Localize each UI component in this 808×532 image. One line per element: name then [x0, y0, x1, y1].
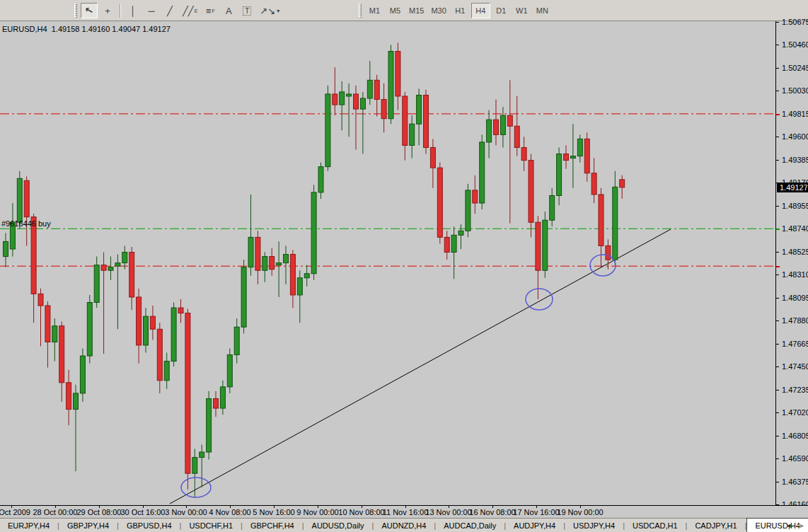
- circle-annotation[interactable]: [526, 289, 553, 310]
- price-axis-tick: [776, 274, 779, 275]
- candle-body: [388, 52, 393, 119]
- tab-scroll-right-icon[interactable]: ►: [799, 522, 805, 529]
- arrows-tool-button[interactable]: ↗↘▾: [257, 3, 282, 18]
- candle-body: [248, 237, 253, 267]
- buy-order-axis-tick: [776, 229, 780, 230]
- tab-scroll-left-icon[interactable]: ◄: [785, 522, 792, 529]
- price-axis-tick: [776, 68, 779, 69]
- price-axis-label: 1.47450: [782, 362, 808, 371]
- candle-body: [444, 237, 449, 252]
- timeframe-button-w1[interactable]: W1: [512, 3, 531, 18]
- price-axis-tick: [776, 45, 779, 45]
- equidistant-channel-tool-button[interactable]: ╱╱E: [180, 3, 200, 18]
- buy-order-label: #9616446 buy: [1, 219, 51, 228]
- timeframe-button-d1[interactable]: D1: [492, 3, 511, 18]
- cursor-tool-button[interactable]: ↖: [81, 3, 98, 18]
- candle-body: [437, 168, 442, 237]
- time-axis-label: 29 Oct 08:00: [77, 508, 122, 516]
- price-axis-label: 1.49600: [782, 132, 808, 141]
- tab-usdcad-h1[interactable]: USDCAD,H1: [625, 519, 686, 532]
- tab-gbpchf-h4[interactable]: GBPCHF,H4: [243, 519, 302, 532]
- time-axis-label: 30 Oct 16:00: [121, 508, 166, 516]
- price-axis-tick: [776, 91, 779, 91]
- time-axis-tick: [55, 506, 56, 508]
- price-axis[interactable]: 1.49127 1.506751.504601.502451.500301.49…: [775, 21, 808, 505]
- candle-body: [550, 195, 555, 220]
- candle-body: [599, 195, 604, 246]
- toolbar-grip[interactable]: [359, 4, 362, 18]
- candle-body: [122, 253, 127, 263]
- timeframe-button-m1[interactable]: M1: [365, 3, 384, 18]
- price-axis-tick: [776, 390, 779, 391]
- tab-usdjpy-h4[interactable]: USDJPY,H4: [565, 519, 623, 532]
- timeframe-button-h1[interactable]: H1: [451, 3, 470, 18]
- candle-body: [200, 452, 204, 458]
- timeframe-button-m30[interactable]: M30: [428, 3, 449, 18]
- line-studies-toolbar: ↖+│─╱╱╱E≡FAT↗↘▾: [73, 1, 283, 20]
- vertical-line-tool-button[interactable]: │: [125, 3, 142, 18]
- candle-body: [115, 263, 120, 267]
- time-axis-label: 11 Nov 16:00: [383, 508, 429, 516]
- tab-eurjpy-h4[interactable]: EURJPY,H4: [0, 519, 57, 532]
- candle-body: [270, 257, 275, 270]
- price-axis-tick: [776, 436, 779, 436]
- timeframe-button-mn[interactable]: MN: [533, 3, 552, 18]
- candle-body: [606, 245, 611, 260]
- time-axis-label: 9 Nov 00:00: [296, 508, 338, 516]
- toolbar-grip[interactable]: [74, 4, 77, 18]
- candle-body: [613, 187, 618, 260]
- time-axis-label: 6 Oct 2009: [0, 508, 30, 516]
- crosshair-tool-button[interactable]: +: [99, 3, 116, 18]
- candle-body: [466, 190, 471, 231]
- horizontal-line-icon: ─: [148, 6, 154, 16]
- time-axis-tick: [11, 506, 12, 508]
- candle-body: [262, 257, 267, 271]
- tab-audcad-daily[interactable]: AUDCAD,Daily: [436, 519, 504, 532]
- time-axis[interactable]: 6 Oct 200928 Oct 00:0029 Oct 08:0030 Oct…: [0, 505, 808, 518]
- circle-annotation[interactable]: [181, 478, 211, 497]
- price-axis-tick: [776, 252, 779, 253]
- trendline-tool-button[interactable]: ╱: [161, 3, 178, 18]
- text-label-tool-button[interactable]: T: [238, 3, 255, 18]
- candle-body: [494, 120, 499, 134]
- tab-audjpy-h4[interactable]: AUDJPY,H4: [506, 519, 563, 532]
- candle-body: [591, 173, 596, 195]
- timeframe-button-m15[interactable]: M15: [406, 3, 427, 18]
- tab-usdchf-h1[interactable]: USDCHF,H1: [181, 519, 241, 532]
- candle-body: [507, 115, 512, 126]
- cursor-icon: ↖: [83, 4, 94, 17]
- price-axis-tick: [776, 137, 779, 137]
- candle-body: [94, 265, 99, 303]
- tab-gbpjpy-h4[interactable]: GBPJPY,H4: [59, 519, 117, 532]
- text-tool-button[interactable]: A: [220, 3, 237, 18]
- candle-body: [67, 383, 71, 410]
- tab-audnzd-h4[interactable]: AUDNZD,H4: [374, 519, 434, 532]
- candle-body: [255, 237, 260, 270]
- timeframe-button-h4[interactable]: H4: [471, 3, 490, 18]
- tab-audusd-daily[interactable]: AUDUSD,Daily: [304, 519, 372, 532]
- candle-body: [164, 362, 169, 381]
- time-axis-tick: [274, 506, 275, 508]
- price-axis-tick: [776, 344, 779, 345]
- price-axis-tick: [776, 298, 779, 299]
- candle-body: [108, 267, 113, 271]
- chart-window[interactable]: EURUSD,H4 1.49158 1.49160 1.49047 1.4912…: [0, 21, 808, 505]
- price-axis-tick: [776, 183, 779, 183]
- horizontal-line-tool-button[interactable]: ─: [143, 3, 160, 18]
- circle-annotation[interactable]: [590, 255, 616, 276]
- timeframe-button-m5[interactable]: M5: [386, 3, 405, 18]
- fibonacci-retracement-tool-button[interactable]: ≡F: [202, 3, 219, 18]
- price-axis-tick: [776, 160, 779, 161]
- time-axis-label: 5 Nov 16:00: [253, 508, 294, 516]
- candle-body: [290, 255, 295, 295]
- candle-body: [74, 393, 79, 410]
- candle-body: [430, 147, 435, 168]
- time-axis-label: 16 Nov 08:00: [469, 508, 515, 516]
- candle-body: [297, 278, 302, 295]
- candle-body: [500, 115, 505, 134]
- tab-cadjpy-h1[interactable]: CADJPY,H1: [687, 519, 744, 532]
- time-axis-label: 13 Nov 00:00: [425, 508, 471, 516]
- candlestick-chart-canvas[interactable]: [0, 21, 775, 505]
- tab-gbpusd-h4[interactable]: GBPUSD,H4: [119, 519, 180, 532]
- candle-body: [521, 147, 526, 160]
